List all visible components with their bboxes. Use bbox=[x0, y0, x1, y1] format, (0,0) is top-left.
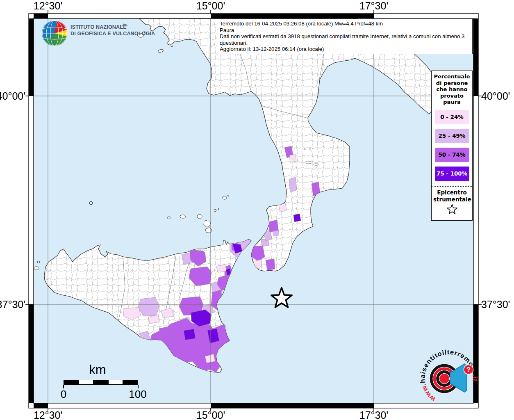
map-geometry bbox=[289, 177, 297, 192]
map-geometry bbox=[197, 215, 202, 219]
map-geometry bbox=[214, 209, 216, 211]
map-geometry bbox=[211, 14, 374, 18]
map-geometry bbox=[37, 261, 40, 263]
axis-label-top-1: 12°30' bbox=[34, 0, 62, 12]
legend-title: Percentuale di persone che hanno provato… bbox=[433, 73, 471, 105]
axis-label-top-2: 15°00' bbox=[196, 0, 225, 12]
legend-swatch-25-49: 25 - 49% bbox=[435, 129, 469, 143]
event-info-box: Terremoto del 16-04-2025 03:26:08 (ora l… bbox=[217, 19, 473, 54]
map-geometry bbox=[228, 195, 229, 196]
map-geometry bbox=[218, 209, 219, 210]
axis-label-bottom-1: 12°30' bbox=[34, 409, 62, 420]
map-geometry bbox=[447, 204, 457, 214]
map-geometry bbox=[293, 214, 301, 222]
ingv-name-line2: DI GEOFISICA E VULCANOLOGIA bbox=[71, 30, 155, 37]
axis-label-right-1: 40°00' bbox=[481, 90, 510, 102]
axis-label-bottom-3: 17°30' bbox=[359, 409, 388, 420]
legend-swatch-50-74: 50 - 74% bbox=[435, 148, 469, 162]
map-geometry bbox=[439, 374, 450, 384]
map-geometry bbox=[211, 403, 374, 408]
logo-text-it: .it bbox=[471, 373, 479, 382]
legend-epicenter-label: Epicentro strumentale bbox=[433, 189, 471, 203]
map-geometry bbox=[29, 304, 34, 403]
legend-star-icon bbox=[433, 204, 471, 217]
scale-bar-end: 100 bbox=[129, 388, 146, 401]
map-geometry bbox=[180, 215, 186, 218]
question-mark: ? bbox=[466, 366, 471, 373]
axis-label-top-3: 17°30' bbox=[359, 0, 388, 12]
scale-bar-start: 0 bbox=[61, 388, 66, 401]
map-geometry bbox=[184, 329, 196, 340]
map-geometry bbox=[29, 18, 34, 96]
ingv-name-line1: ISTITUTO NAZIONALE bbox=[71, 24, 155, 30]
event-title: Terremoto del 16-04-2025 03:26:08 (ora l… bbox=[220, 21, 470, 27]
map-geometry bbox=[223, 196, 227, 199]
ingv-logo: ISTITUTO NAZIONALE DI GEOFISICA E VULCAN… bbox=[41, 19, 148, 47]
legend-swatch-0-24: 0 - 24% bbox=[435, 110, 469, 124]
map-geometry bbox=[172, 46, 173, 47]
map-geometry bbox=[266, 259, 275, 270]
map-geometry bbox=[168, 217, 171, 219]
legend-divider bbox=[432, 186, 472, 187]
scale-bar-segments bbox=[64, 380, 138, 385]
map-geometry bbox=[305, 161, 312, 164]
map-geometry bbox=[34, 403, 48, 408]
legend-swatch-75-100: 75 - 100% bbox=[435, 167, 469, 181]
map-geometry bbox=[34, 14, 48, 18]
map-geometry bbox=[34, 267, 39, 270]
map-geometry bbox=[289, 154, 296, 162]
axis-label-left-1: 40°00' bbox=[0, 90, 25, 102]
map-geometry bbox=[268, 220, 278, 232]
event-updated: Aggiornato il: 13-12-2025 06:14 (ora loc… bbox=[220, 46, 470, 52]
axis-label-bottom-2: 15°00' bbox=[196, 409, 225, 420]
event-data-note: Dati non verificati estratti da 3918 que… bbox=[220, 33, 470, 46]
map-geometry bbox=[89, 201, 93, 205]
map-geometry bbox=[473, 18, 478, 96]
scale-bar-unit: km bbox=[57, 363, 138, 377]
axis-label-left-2: 37°30' bbox=[0, 299, 25, 310]
map-geometry bbox=[304, 148, 311, 150]
macroseismic-map-page: 12°30' 15°00' 17°30' 12°30' 15°00' 17°30… bbox=[0, 0, 514, 420]
scale-bar: km 0 100 bbox=[57, 363, 156, 399]
legend: Percentuale di persone che hanno provato… bbox=[431, 71, 473, 221]
map-geometry bbox=[314, 164, 318, 165]
haisentito-logo: www.haisentitoilterremoto.it ? bbox=[416, 346, 480, 411]
event-question: Paura bbox=[220, 27, 470, 34]
axis-label-right-2: 37°30' bbox=[481, 299, 510, 310]
